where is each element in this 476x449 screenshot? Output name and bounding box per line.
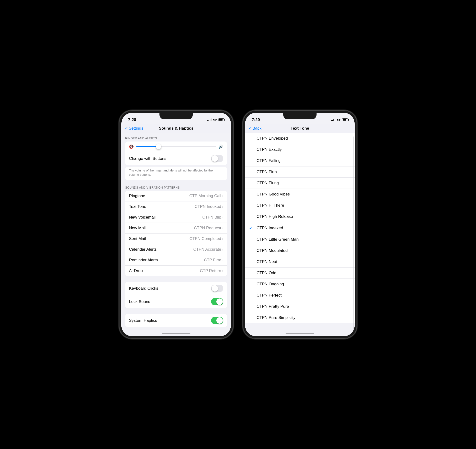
battery-icon-right xyxy=(342,118,348,121)
list-item[interactable]: CTPN Good Vibes xyxy=(245,189,355,200)
status-time-right: 7:20 xyxy=(252,118,260,122)
list-item[interactable]: CTPN Falling xyxy=(245,155,355,167)
nav-bar-right: < Back Text Tone xyxy=(245,124,355,133)
system-haptics-card: System Haptics xyxy=(125,314,227,327)
other-sounds-card: Keyboard Clicks Lock Sound xyxy=(125,282,227,308)
new-voicemail-row[interactable]: New Voicemail CTPN Blip › xyxy=(125,212,227,223)
left-content[interactable]: RINGER AND ALERTS 🔇 🔊 Change with Button… xyxy=(121,133,231,333)
sounds-section-header: SOUNDS AND VIBRATION PATTERNS xyxy=(121,182,231,191)
scrollbar[interactable] xyxy=(353,136,354,333)
list-item[interactable]: CTPN Exactly xyxy=(245,144,355,155)
volume-high-icon: 🔊 xyxy=(218,144,223,149)
calendar-alerts-row[interactable]: Calendar Alerts CTPN Accurate › xyxy=(125,244,227,255)
volume-slider-row[interactable]: 🔇 🔊 xyxy=(125,141,227,152)
status-icons xyxy=(207,118,224,121)
list-item[interactable]: CTPN High Release xyxy=(245,211,355,222)
change-with-buttons-toggle[interactable] xyxy=(211,155,223,162)
chevron-icon: › xyxy=(222,247,223,251)
sent-mail-row[interactable]: Sent Mail CTPN Completed › xyxy=(125,233,227,244)
volume-slider[interactable] xyxy=(136,146,216,147)
keyboard-clicks-row[interactable]: Keyboard Clicks xyxy=(125,282,227,295)
notch-right xyxy=(283,113,316,119)
signal-icon-right xyxy=(331,118,335,121)
right-screen: 7:20 < Back xyxy=(245,113,355,336)
list-item[interactable]: CTPN Pure Simplicity xyxy=(245,312,355,323)
status-time: 7:20 xyxy=(128,118,136,122)
left-phone: 7:20 < Settin xyxy=(119,110,233,339)
page-title-left: Sounds & Haptics xyxy=(144,126,208,131)
list-item[interactable]: CTPN Flung xyxy=(245,178,355,189)
chevron-icon: › xyxy=(222,258,223,262)
settings-back-button[interactable]: < Settings xyxy=(125,126,144,131)
new-mail-row[interactable]: New Mail CTPN Request › xyxy=(125,223,227,233)
tone-list: CTPN Enveloped CTPN Exactly CTPN Falling… xyxy=(245,133,355,323)
system-haptics-row[interactable]: System Haptics xyxy=(125,314,227,327)
description-card: The volume of the ringer and alerts will… xyxy=(125,167,227,180)
lock-sound-toggle[interactable] xyxy=(211,298,223,305)
chevron-icon: › xyxy=(222,205,223,208)
list-item[interactable]: CTPN Modulated xyxy=(245,245,355,256)
list-item[interactable]: CTPN Enveloped xyxy=(245,133,355,144)
change-with-buttons-description: The volume of the ringer and alerts will… xyxy=(125,167,227,180)
change-with-buttons-row[interactable]: Change with Buttons xyxy=(125,152,227,165)
keyboard-clicks-toggle[interactable] xyxy=(211,285,223,292)
nav-bar-left: < Settings Sounds & Haptics xyxy=(121,124,231,133)
list-item-selected[interactable]: ✓ CTPN Indexed xyxy=(245,222,355,234)
list-item[interactable]: CTPN Hi There xyxy=(245,200,355,211)
selected-check-icon: ✓ xyxy=(249,225,255,231)
volume-low-icon: 🔇 xyxy=(129,144,134,149)
list-item[interactable]: CTPN Little Green Man xyxy=(245,234,355,245)
chevron-icon: › xyxy=(222,215,223,219)
home-indicator xyxy=(162,333,190,334)
chevron-icon: › xyxy=(222,226,223,230)
status-icons-right xyxy=(331,118,348,121)
chevron-icon: › xyxy=(222,194,223,198)
ringer-card: 🔇 🔊 Change with Buttons xyxy=(125,141,227,165)
airdrop-row[interactable]: AirDrop CTP Return › xyxy=(125,265,227,276)
list-item[interactable]: CTPN Neat xyxy=(245,256,355,268)
chevron-icon: › xyxy=(222,269,223,273)
home-indicator-right xyxy=(286,333,314,334)
ringtone-row[interactable]: Ringtone CTP Morning Call › xyxy=(125,191,227,201)
reminder-alerts-row[interactable]: Reminder Alerts CTP Firm › xyxy=(125,255,227,265)
change-with-buttons-label: Change with Buttons xyxy=(129,156,166,161)
sounds-card: Ringtone CTP Morning Call › Text Tone CT… xyxy=(125,191,227,276)
wifi-icon-right xyxy=(337,118,341,121)
list-item[interactable]: CTPN Ongoing xyxy=(245,279,355,290)
notch xyxy=(160,113,193,119)
text-tone-row[interactable]: Text Tone CTPN Indexed › xyxy=(125,201,227,212)
signal-icon xyxy=(207,118,212,121)
page-title-right: Text Tone xyxy=(268,126,332,131)
lock-sound-row[interactable]: Lock Sound xyxy=(125,295,227,308)
list-item[interactable]: CTPN Pretty Pure xyxy=(245,301,355,312)
battery-icon xyxy=(218,118,224,121)
right-phone: 7:20 < Back xyxy=(243,110,357,339)
list-item[interactable]: CTPN Perfect xyxy=(245,290,355,301)
ringer-section-header: RINGER AND ALERTS xyxy=(121,133,231,141)
wifi-icon xyxy=(213,118,217,121)
tone-list-content[interactable]: CTPN Enveloped CTPN Exactly CTPN Falling… xyxy=(245,133,355,333)
left-screen: 7:20 < Settin xyxy=(121,113,231,336)
list-item[interactable]: CTPN Odd xyxy=(245,268,355,279)
chevron-icon: › xyxy=(222,237,223,241)
back-button-right[interactable]: < Back xyxy=(249,126,268,131)
list-item[interactable]: CTPN Firm xyxy=(245,167,355,178)
system-haptics-toggle[interactable] xyxy=(211,317,223,324)
